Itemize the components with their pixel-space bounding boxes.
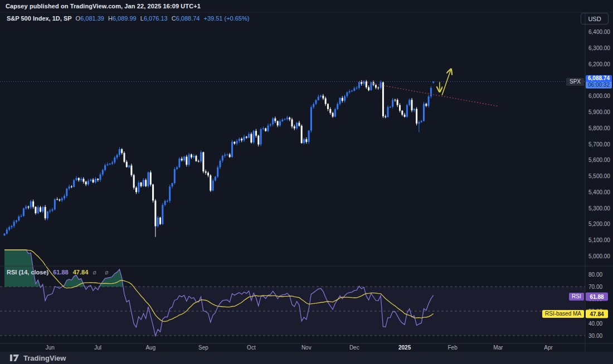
time-tick-label: Nov bbox=[301, 345, 312, 351]
chart-canvas[interactable] bbox=[0, 0, 613, 364]
last-price-badge: 6,088.74 06:00:32 bbox=[586, 75, 612, 88]
footer-bar: TradingView bbox=[0, 352, 613, 364]
bar-countdown: 06:00:32 bbox=[586, 82, 612, 88]
price-tick-label: 5,800.00 bbox=[588, 125, 610, 131]
rsi-band-fill bbox=[0, 287, 585, 336]
price-tick-label: 5,500.00 bbox=[588, 173, 610, 179]
hide-indicator-icons[interactable]: ø ø bbox=[93, 269, 112, 276]
tradingview-chart-window: Capsey published on TradingView.com, Jan… bbox=[0, 0, 613, 364]
price-tick-label: 5,100.00 bbox=[588, 237, 610, 243]
price-tick-label: 5,400.00 bbox=[588, 189, 610, 195]
candlestick-series bbox=[4, 80, 435, 237]
price-tick-label: 5,200.00 bbox=[588, 221, 610, 227]
rsi-ma-axis-badge: 47.84 bbox=[586, 309, 608, 318]
time-tick-label: Dec bbox=[349, 345, 359, 351]
tradingview-brand-text[interactable]: TradingView bbox=[23, 354, 66, 362]
last-price-value: 6,088.74 bbox=[586, 75, 612, 82]
time-tick-label: Sep bbox=[198, 345, 208, 351]
tradingview-logo-icon[interactable] bbox=[10, 354, 20, 362]
rsi-line-tag: RSI bbox=[569, 293, 584, 301]
ohlc-high: H6,089.99 bbox=[108, 15, 137, 22]
rsi-tick-label: 80.00 bbox=[588, 272, 602, 278]
price-tick-label: 6,000.00 bbox=[588, 93, 610, 99]
symbol-price-tag: SPX bbox=[566, 78, 584, 86]
time-tick-label: Jun bbox=[46, 345, 55, 351]
rsi-tick-label: 40.00 bbox=[588, 321, 602, 327]
attribution-text: Capsey published on TradingView.com, Jan… bbox=[6, 3, 201, 9]
ohlc-low: L6,076.13 bbox=[140, 15, 168, 22]
time-tick-label: 2025 bbox=[398, 345, 411, 351]
price-tick-label: 6,200.00 bbox=[588, 61, 610, 67]
price-tick-label: 5,300.00 bbox=[588, 205, 610, 211]
rsi-axis-badge: 61.88 bbox=[586, 292, 608, 301]
rsi-current-value: 61.88 bbox=[53, 269, 69, 276]
price-tick-label: 5,600.00 bbox=[588, 157, 610, 163]
symbol-title[interactable]: S&P 500 Index, 1D, SP bbox=[7, 15, 72, 22]
rsi-ma-current-value: 47.84 bbox=[73, 269, 89, 276]
currency-button[interactable]: USD bbox=[581, 13, 609, 24]
price-tick-label: 5,000.00 bbox=[588, 253, 610, 259]
time-tick-label: Oct bbox=[247, 345, 256, 351]
ohlc-open: O6,081.39 bbox=[76, 15, 104, 22]
price-tick-label: 5,700.00 bbox=[588, 141, 610, 147]
time-tick-label: Feb bbox=[447, 345, 457, 351]
time-tick-label: Jul bbox=[94, 345, 101, 351]
time-tick-label: Mar bbox=[493, 345, 503, 351]
price-tick-label: 6,400.00 bbox=[588, 29, 610, 35]
rsi-tick-label: 30.00 bbox=[588, 333, 602, 339]
rsi-tick-label: 70.00 bbox=[588, 284, 602, 290]
time-tick-label: Apr bbox=[544, 345, 553, 351]
price-tick-label: 6,300.00 bbox=[588, 45, 610, 51]
rsi-legend[interactable]: RSI (14, close) 61.88 47.84 ø ø bbox=[7, 269, 112, 276]
time-tick-label: Aug bbox=[145, 345, 155, 351]
symbol-legend[interactable]: S&P 500 Index, 1D, SP O6,081.39 H6,089.9… bbox=[7, 15, 249, 22]
price-tick-label: 5,900.00 bbox=[588, 109, 610, 115]
chart-annotations bbox=[0, 70, 585, 106]
change-value: +39.51 (+0.65%) bbox=[203, 15, 249, 22]
rsi-title[interactable]: RSI (14, close) bbox=[7, 269, 48, 276]
ohlc-close: C6,088.74 bbox=[172, 15, 200, 22]
rsi-ma-line-tag: RSI-based MA bbox=[542, 310, 584, 318]
